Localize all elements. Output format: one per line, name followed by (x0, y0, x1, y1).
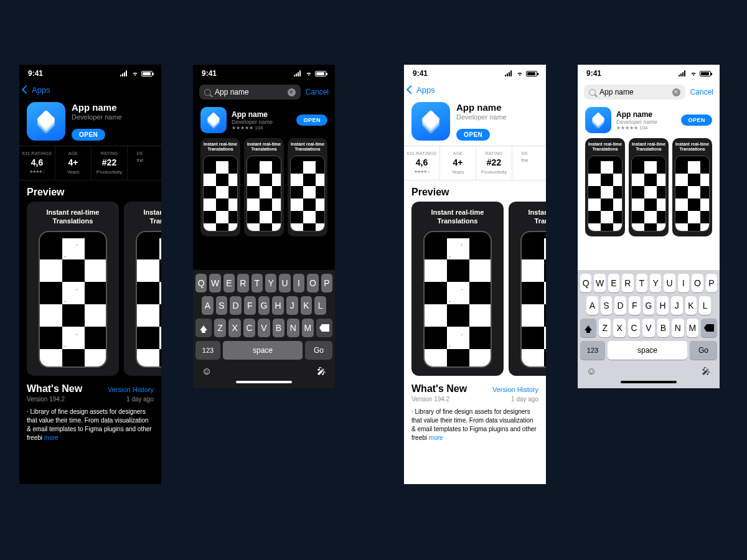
app-icon[interactable] (200, 107, 227, 133)
key-z[interactable]: Z (214, 319, 226, 337)
key-y[interactable]: Y (265, 274, 276, 292)
result-previews[interactable]: Instant real-time Translations Instant r… (578, 138, 720, 243)
key-g[interactable]: G (643, 296, 655, 315)
key-h[interactable]: H (272, 296, 284, 315)
preview-row[interactable]: Instant real-time Translations Instant r… (19, 202, 161, 376)
key-t[interactable]: T (251, 274, 263, 292)
version-history-link[interactable]: Version History (108, 386, 154, 393)
mic-icon[interactable]: 🎤︎ (702, 366, 711, 377)
preview-card[interactable]: Instant real-time Translations (288, 138, 327, 236)
go-key[interactable]: Go (305, 341, 332, 360)
preview-card[interactable]: Instant real-time Translations (244, 138, 284, 236)
home-indicator[interactable] (236, 381, 292, 383)
key-n[interactable]: N (287, 319, 299, 337)
key-y[interactable]: Y (650, 274, 661, 292)
backspace-key[interactable] (701, 319, 717, 337)
preview-card[interactable]: Instant real-time Translations (585, 138, 625, 236)
cancel-button[interactable]: Cancel (690, 88, 713, 96)
numbers-key[interactable]: 123 (195, 341, 220, 360)
key-m[interactable]: M (302, 319, 314, 337)
key-l[interactable]: L (699, 296, 711, 315)
key-a[interactable]: A (586, 296, 598, 315)
key-l[interactable]: L (314, 296, 326, 315)
version-history-link[interactable]: Version History (492, 386, 538, 393)
key-p[interactable]: P (321, 274, 332, 292)
key-c[interactable]: C (628, 319, 640, 337)
key-r[interactable]: R (622, 274, 633, 292)
key-o[interactable]: O (692, 274, 703, 292)
preview-card[interactable]: Instant real-time Translations (124, 202, 161, 376)
key-f[interactable]: F (629, 296, 641, 315)
open-button[interactable]: OPEN (72, 129, 105, 141)
emoji-icon[interactable]: ☺ (586, 366, 596, 377)
keyboard[interactable]: QWERTYUIOP ASDFGHJKL ZXCVBNM 123 space G… (193, 270, 335, 388)
space-key[interactable]: space (223, 341, 303, 360)
key-j[interactable]: J (286, 296, 298, 315)
key-f[interactable]: F (244, 296, 256, 315)
key-n[interactable]: N (672, 319, 684, 337)
key-v[interactable]: V (642, 319, 654, 337)
key-d[interactable]: D (614, 296, 626, 315)
preview-card[interactable]: Instant real-time Translations (672, 138, 712, 236)
info-strip[interactable]: 631 RATINGS4,6★★★★☆ AGE4+Years RATING#22… (19, 146, 161, 180)
open-button[interactable]: OPEN (296, 114, 327, 126)
developer-name[interactable]: Developer name (72, 113, 154, 121)
cancel-button[interactable]: Cancel (306, 88, 329, 96)
key-z[interactable]: Z (599, 319, 611, 337)
key-q[interactable]: Q (580, 274, 591, 292)
key-x[interactable]: X (613, 319, 625, 337)
key-b[interactable]: B (657, 319, 669, 337)
key-b[interactable]: B (273, 319, 284, 337)
info-strip[interactable]: 631 RATINGS4,6★★★★☆ AGE4+Years RATING#22… (404, 146, 546, 180)
key-q[interactable]: Q (195, 274, 207, 292)
shift-key[interactable] (195, 319, 212, 337)
go-key[interactable]: Go (690, 341, 717, 360)
clear-icon[interactable]: ✕ (288, 88, 296, 96)
key-r[interactable]: R (237, 274, 248, 292)
open-button[interactable]: OPEN (681, 114, 712, 126)
preview-row[interactable]: Instant real-time Translations Instant r… (404, 202, 546, 376)
key-i[interactable]: I (293, 274, 304, 292)
preview-card[interactable]: Instant real-time Translations (629, 138, 669, 236)
key-a[interactable]: A (202, 296, 214, 315)
backspace-key[interactable] (316, 319, 332, 337)
key-j[interactable]: J (671, 296, 683, 315)
numbers-key[interactable]: 123 (580, 341, 605, 360)
key-x[interactable]: X (228, 319, 240, 337)
key-k[interactable]: K (685, 296, 697, 315)
key-w[interactable]: W (209, 274, 220, 292)
key-e[interactable]: E (608, 274, 619, 292)
space-key[interactable]: space (608, 341, 687, 360)
key-e[interactable]: E (223, 274, 235, 292)
key-c[interactable]: C (243, 319, 255, 337)
key-s[interactable]: S (601, 296, 613, 315)
result-header[interactable]: App name Developer name ★★★★★ 104 OPEN (578, 102, 720, 138)
result-previews[interactable]: Instant real-time Translations Instant r… (193, 138, 335, 243)
back-button[interactable]: Apps (23, 85, 50, 95)
key-g[interactable]: G (258, 296, 270, 315)
more-link[interactable]: more (44, 434, 59, 441)
developer-name[interactable]: Developer name (456, 113, 538, 121)
key-d[interactable]: D (230, 296, 242, 315)
more-link[interactable]: more (429, 434, 443, 441)
key-v[interactable]: V (258, 319, 270, 337)
open-button[interactable]: OPEN (456, 129, 490, 141)
key-w[interactable]: W (594, 274, 605, 292)
clear-icon[interactable]: ✕ (672, 88, 680, 96)
key-s[interactable]: S (216, 296, 228, 315)
key-p[interactable]: P (706, 274, 717, 292)
search-input[interactable]: App name ✕ (199, 85, 301, 100)
key-i[interactable]: I (678, 274, 689, 292)
key-k[interactable]: K (301, 296, 312, 315)
preview-card[interactable]: Instant real-time Translations (411, 202, 504, 376)
key-t[interactable]: T (636, 274, 647, 292)
result-header[interactable]: App name Developer name ★★★★★ 104 OPEN (193, 102, 335, 138)
keyboard[interactable]: QWERTYUIOP ASDFGHJKL ZXCVBNM 123 space G… (578, 270, 720, 388)
key-h[interactable]: H (657, 296, 669, 315)
shift-key[interactable] (580, 319, 596, 337)
emoji-icon[interactable]: ☺ (202, 366, 212, 377)
search-input[interactable]: App name ✕ (584, 85, 685, 100)
app-icon[interactable] (27, 102, 65, 141)
app-icon[interactable] (585, 107, 611, 133)
preview-card[interactable]: Instant real-time Translations (509, 202, 546, 376)
